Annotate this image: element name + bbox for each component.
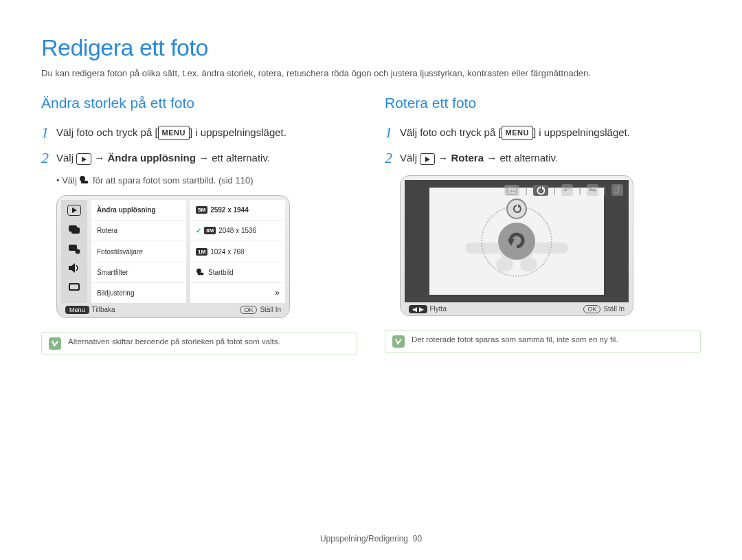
- check-icon: ✓: [196, 227, 201, 234]
- note-icon: [392, 335, 405, 348]
- footer-section: Uppspelning/Redigering: [320, 534, 408, 544]
- svg-rect-2: [81, 181, 88, 183]
- svg-rect-11: [70, 284, 78, 289]
- menu-button-label: MENU: [502, 126, 533, 140]
- page-intro: Du kan redigera foton på olika sätt, t.e…: [41, 68, 701, 78]
- step-number: 1: [41, 125, 56, 140]
- settings-icon: [66, 241, 82, 256]
- resolution-badge-icon: 5M: [196, 206, 207, 214]
- startimage-icon: [196, 268, 205, 276]
- move-badge: ◀ ▶: [409, 305, 427, 313]
- rotate-cw-icon: [498, 223, 535, 260]
- menu-item: Ändra upplösning: [91, 200, 186, 221]
- step2-arrow2: →: [196, 152, 212, 164]
- option-item-more: »: [190, 283, 285, 303]
- toolbar-off-icon: OFF: [504, 185, 519, 196]
- toolbar-flip-h-icon: ⇋: [587, 184, 598, 196]
- step1-text-a: Välj foto och tryck på [: [56, 126, 158, 138]
- page-title: Redigera ett foto: [41, 34, 701, 61]
- toolbar-flip-v-icon: ⇵: [611, 184, 623, 196]
- display-icon: [66, 280, 82, 295]
- menu-item: Fotostilsväljare: [91, 241, 186, 262]
- toolbar-rotate-cw-icon: [533, 185, 548, 196]
- toolbar-separator: |: [604, 185, 606, 195]
- toolbar-separator: |: [578, 185, 581, 195]
- footer-set-label: Ställ In: [603, 305, 625, 313]
- svg-marker-4: [72, 208, 77, 213]
- step2-bold: Rotera: [451, 152, 484, 164]
- toolbar-separator: |: [554, 185, 556, 195]
- option-label: 2592 x 1944: [210, 206, 249, 214]
- step2-arrow: →: [435, 152, 451, 164]
- resize-step-2: 2 Välj → Ändra upplösning → ett alternat…: [41, 150, 357, 166]
- step1-text-b: ] i uppspelningsläget.: [533, 126, 630, 138]
- column-rotate: Rotera ett foto 1 Välj foto och tryck på…: [385, 95, 701, 355]
- bullet-a: Välj: [62, 175, 79, 186]
- note-text: Alternativen skiftar beroende på storlek…: [68, 337, 280, 346]
- playback-edit-icon: [420, 153, 435, 165]
- note-icon: [49, 337, 61, 350]
- rotate-dial: [481, 205, 552, 277]
- resolution-badge-icon: 3M: [204, 227, 216, 234]
- svg-point-1: [80, 176, 85, 181]
- svg-marker-14: [425, 157, 430, 162]
- page-footer: Uppspelning/Redigering 90: [0, 534, 742, 544]
- resize-step-1: 1 Välj foto och tryck på [MENU] i uppspe…: [41, 125, 357, 141]
- option-label: Startbild: [208, 269, 234, 276]
- startimage-icon: [79, 175, 90, 185]
- step1-text-b: ] i uppspelningsläget.: [190, 126, 286, 138]
- footer-back-label: Tillbaka: [92, 306, 115, 313]
- option-item: 1M 1024 x 768: [190, 241, 285, 262]
- step1-text-a: Välj foto och tryck på [: [400, 126, 502, 138]
- step2-bold: Ändra upplösning: [108, 152, 196, 164]
- step2-text-a: Välj: [56, 152, 76, 164]
- camera-ui-rotate: OFF | | ↶ | ⇋ | ⇵ ◀ ▶Flytta: [400, 175, 633, 316]
- rotate-preview: OFF | | ↶ | ⇋ | ⇵: [405, 180, 629, 302]
- heading-resize: Ändra storlek på ett foto: [41, 95, 357, 111]
- multi-icon: [66, 222, 82, 237]
- ok-badge: OK: [240, 306, 257, 314]
- resolution-badge-icon: 1M: [196, 248, 207, 256]
- resize-bullet: • Välj för att spara fotot som startbild…: [56, 175, 357, 186]
- menu-item: Smartfilter: [91, 262, 186, 283]
- svg-marker-22: [508, 239, 515, 246]
- svg-rect-13: [198, 273, 204, 275]
- note-text: Det roterade fotot sparas som samma fil,…: [412, 335, 618, 344]
- step-number: 2: [41, 150, 56, 166]
- footer-page-number: 90: [413, 534, 422, 544]
- step-number: 1: [385, 125, 400, 140]
- heading-rotate: Rotera ett foto: [385, 95, 701, 111]
- toolbar-rotate-ccw-icon: ↶: [561, 184, 573, 196]
- option-label: 2048 x 1536: [218, 227, 256, 234]
- rotate-step-1: 1 Välj foto och tryck på [MENU] i uppspe…: [385, 125, 701, 141]
- rotate-step-2: 2 Välj → Rotera → ett alternativ.: [385, 150, 701, 166]
- svg-point-12: [196, 269, 201, 273]
- option-item: 5M 2592 x 1944: [190, 200, 285, 221]
- svg-marker-9: [69, 263, 75, 273]
- menu-badge: Menu: [65, 306, 89, 314]
- camera-menu-list: Ändra upplösning Rotera Fotostilsväljare…: [91, 200, 186, 303]
- menu-item: Rotera: [91, 221, 186, 241]
- option-label: 1024 x 768: [210, 248, 245, 256]
- camera-footer: MenuTillbaka OKStäll In: [61, 303, 285, 313]
- rotate-toolbar: OFF | | ↶ | ⇋ | ⇵: [504, 184, 623, 196]
- note-resize: Alternativen skiftar beroende på storlek…: [41, 332, 357, 355]
- camera-ui-resize: Ändra upplösning Rotera Fotostilsväljare…: [56, 195, 290, 318]
- rotate-knob-icon: [506, 199, 527, 219]
- column-resize: Ändra storlek på ett foto 1 Välj foto oc…: [41, 95, 357, 355]
- step-number: 2: [385, 150, 400, 166]
- step2-arrow2: →: [484, 152, 499, 164]
- menu-button-label: MENU: [158, 126, 190, 140]
- playback-edit-icon: [76, 153, 91, 165]
- svg-text:OFF: OFF: [508, 189, 516, 193]
- camera-sidebar: [61, 200, 87, 303]
- option-item: Startbild: [190, 262, 285, 283]
- playback-icon: [66, 203, 82, 218]
- option-item: ✓ 3M 2048 x 1536: [190, 221, 285, 241]
- step2-text-c: ett alternativ.: [212, 152, 270, 164]
- svg-rect-6: [71, 227, 80, 234]
- svg-point-8: [76, 249, 80, 254]
- ok-badge: OK: [583, 305, 600, 313]
- sound-icon: [66, 260, 82, 276]
- footer-move-label: Flytta: [430, 305, 447, 313]
